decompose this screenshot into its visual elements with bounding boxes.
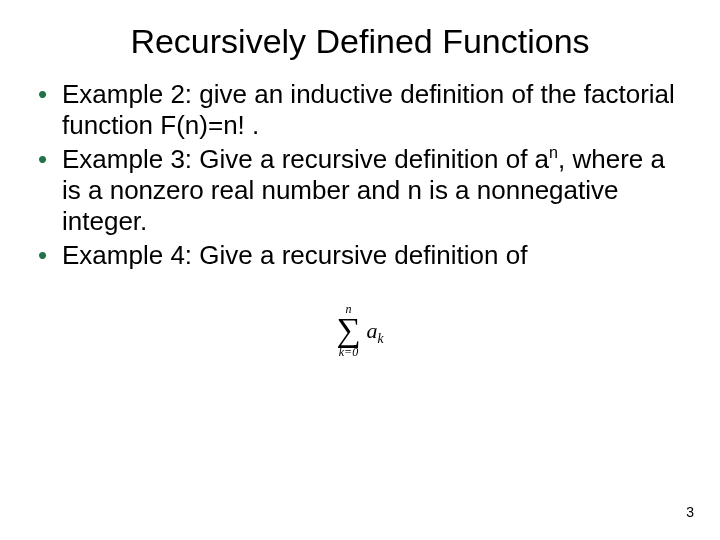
- superscript: n: [549, 144, 558, 162]
- bullet-text: Give a recursive definition of a: [192, 144, 549, 174]
- page-number: 3: [686, 504, 694, 520]
- bullet-prefix: Example 3:: [62, 144, 192, 174]
- bullet-prefix: Example 4:: [62, 240, 192, 270]
- slide: Recursively Defined Functions Example 2:…: [0, 0, 720, 540]
- summation-formula: n ∑ k=0 ak: [34, 293, 686, 358]
- slide-body: Example 2: give an inductive definition …: [0, 71, 720, 358]
- list-item: Example 3: Give a recursive definition o…: [34, 144, 686, 236]
- sum-term: ak: [367, 318, 384, 344]
- list-item: Example 2: give an inductive definition …: [34, 79, 686, 140]
- slide-title: Recursively Defined Functions: [0, 0, 720, 71]
- term-subscript: k: [378, 331, 384, 346]
- sigma-symbol: ∑: [336, 316, 360, 345]
- term-base: a: [367, 318, 378, 343]
- sum-lower-limit: k=0: [339, 346, 358, 358]
- bullet-text: Give a recursive definition of: [192, 240, 527, 270]
- bullet-prefix: Example 2:: [62, 79, 192, 109]
- bullet-list: Example 2: give an inductive definition …: [34, 79, 686, 271]
- list-item: Example 4: Give a recursive definition o…: [34, 240, 686, 271]
